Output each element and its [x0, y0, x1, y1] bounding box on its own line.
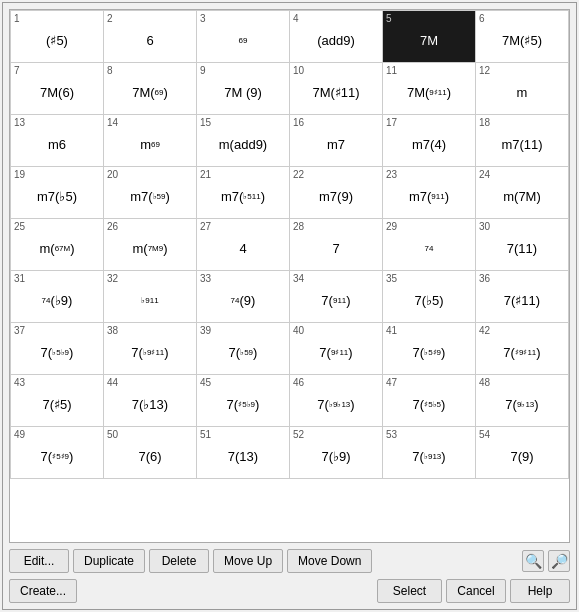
- cell-label: 7(♭5♯9): [387, 325, 471, 372]
- table-row[interactable]: 107M(♯11): [290, 63, 383, 115]
- table-row[interactable]: 369: [197, 11, 290, 63]
- table-row[interactable]: 287: [290, 219, 383, 271]
- table-row[interactable]: 357(♭5): [383, 271, 476, 323]
- cell-label: 7(♭913): [387, 429, 471, 476]
- chord-grid-container[interactable]: 1(♯5)263694(add9)57M67M(♯5)77M(6)87M(69)…: [9, 9, 570, 543]
- cell-label: m7(9): [294, 169, 378, 216]
- table-row[interactable]: 67M(♯5): [476, 11, 569, 63]
- table-row[interactable]: 397(♭59): [197, 323, 290, 375]
- table-row[interactable]: 507(6): [104, 427, 197, 479]
- table-row[interactable]: 274: [197, 219, 290, 271]
- table-row[interactable]: 19m7(♭5): [11, 167, 104, 219]
- table-row[interactable]: 3174(♭9): [11, 271, 104, 323]
- cell-number: 34: [293, 273, 304, 284]
- cancel-button[interactable]: Cancel: [446, 579, 506, 603]
- table-row[interactable]: 407(9♯11): [290, 323, 383, 375]
- cell-number: 30: [479, 221, 490, 232]
- edit-button[interactable]: Edit...: [9, 549, 69, 573]
- cell-label: 7(6): [108, 429, 192, 476]
- cell-label: 4: [201, 221, 285, 268]
- toolbar-left: Create...: [9, 579, 77, 603]
- table-row[interactable]: 537(♭913): [383, 427, 476, 479]
- table-row[interactable]: 18m7(11): [476, 115, 569, 167]
- table-row[interactable]: 347(911): [290, 271, 383, 323]
- cell-label: 74(9): [201, 273, 285, 320]
- cell-label: 7(13): [201, 429, 285, 476]
- cell-label: 7(♭59): [201, 325, 285, 372]
- cell-number: 11: [386, 65, 397, 76]
- chord-grid: 1(♯5)263694(add9)57M67M(♯5)77M(6)87M(69)…: [10, 10, 569, 479]
- table-row[interactable]: 20m7(♭59): [104, 167, 197, 219]
- toolbar-right: Select Cancel Help: [377, 579, 570, 603]
- table-row[interactable]: 2974: [383, 219, 476, 271]
- delete-button[interactable]: Delete: [149, 549, 209, 573]
- table-row[interactable]: 497(♯5♯9): [11, 427, 104, 479]
- table-row[interactable]: 487(9♭13): [476, 375, 569, 427]
- table-row[interactable]: 457(♯5♭9): [197, 375, 290, 427]
- table-row[interactable]: 26: [104, 11, 197, 63]
- cell-number: 48: [479, 377, 490, 388]
- cell-label: m7(911): [387, 169, 471, 216]
- table-row[interactable]: 467(♭9♭13): [290, 375, 383, 427]
- table-row[interactable]: 21m7(♭511): [197, 167, 290, 219]
- table-row[interactable]: 367(♯11): [476, 271, 569, 323]
- table-row[interactable]: 32♭911: [104, 271, 197, 323]
- table-row[interactable]: 97M (9): [197, 63, 290, 115]
- table-row[interactable]: 23m7(911): [383, 167, 476, 219]
- cell-label: (add9): [294, 13, 378, 60]
- table-row[interactable]: 57M: [383, 11, 476, 63]
- table-row[interactable]: 517(13): [197, 427, 290, 479]
- table-row[interactable]: 3374(9): [197, 271, 290, 323]
- cell-number: 14: [107, 117, 118, 128]
- table-row[interactable]: 77M(6): [11, 63, 104, 115]
- table-row[interactable]: 1(♯5): [11, 11, 104, 63]
- table-row[interactable]: 307(11): [476, 219, 569, 271]
- table-row[interactable]: 12m: [476, 63, 569, 115]
- move-down-button[interactable]: Move Down: [287, 549, 372, 573]
- table-row[interactable]: 377(♭5♭9): [11, 323, 104, 375]
- table-row[interactable]: 17m7(4): [383, 115, 476, 167]
- cell-number: 10: [293, 65, 304, 76]
- table-row[interactable]: 447(♭13): [104, 375, 197, 427]
- move-up-button[interactable]: Move Up: [213, 549, 283, 573]
- table-row[interactable]: 13m6: [11, 115, 104, 167]
- cell-label: 7(♯5): [15, 377, 99, 424]
- zoom-in-icon[interactable]: 🔎: [548, 550, 570, 572]
- table-row[interactable]: 117M(9♯11): [383, 63, 476, 115]
- select-button[interactable]: Select: [377, 579, 442, 603]
- table-row[interactable]: 387(♭9♯11): [104, 323, 197, 375]
- table-row[interactable]: 4(add9): [290, 11, 383, 63]
- table-row[interactable]: 24m(7M): [476, 167, 569, 219]
- cell-label: m7(11): [480, 117, 564, 164]
- table-row[interactable]: 547(9): [476, 427, 569, 479]
- cell-number: 51: [200, 429, 211, 440]
- cell-label: 7M(9♯11): [387, 65, 471, 112]
- cell-label: 7(9): [480, 429, 564, 476]
- table-row[interactable]: 15m(add9): [197, 115, 290, 167]
- table-row[interactable]: 22m7(9): [290, 167, 383, 219]
- cell-number: 53: [386, 429, 397, 440]
- cell-label: m(7M9): [108, 221, 192, 268]
- cell-number: 47: [386, 377, 397, 388]
- create-button[interactable]: Create...: [9, 579, 77, 603]
- table-row[interactable]: 87M(69): [104, 63, 197, 115]
- table-row[interactable]: 417(♭5♯9): [383, 323, 476, 375]
- table-row[interactable]: 477(♯5♭5): [383, 375, 476, 427]
- cell-number: 39: [200, 325, 211, 336]
- cell-label: 7(♯11): [480, 273, 564, 320]
- cell-label: m7(♭59): [108, 169, 192, 216]
- cell-label: (♯5): [15, 13, 99, 60]
- table-row[interactable]: 427(♯9♯11): [476, 323, 569, 375]
- table-row[interactable]: 527(♭9): [290, 427, 383, 479]
- chord-selection-dialog: 1(♯5)263694(add9)57M67M(♯5)77M(6)87M(69)…: [2, 2, 577, 610]
- table-row[interactable]: 16m7: [290, 115, 383, 167]
- cell-number: 31: [14, 273, 25, 284]
- cell-label: 7(♯9♯11): [480, 325, 564, 372]
- table-row[interactable]: 25m(67M): [11, 219, 104, 271]
- table-row[interactable]: 26m(7M9): [104, 219, 197, 271]
- table-row[interactable]: 14m69: [104, 115, 197, 167]
- duplicate-button[interactable]: Duplicate: [73, 549, 145, 573]
- help-button[interactable]: Help: [510, 579, 570, 603]
- table-row[interactable]: 437(♯5): [11, 375, 104, 427]
- zoom-out-icon[interactable]: 🔍: [522, 550, 544, 572]
